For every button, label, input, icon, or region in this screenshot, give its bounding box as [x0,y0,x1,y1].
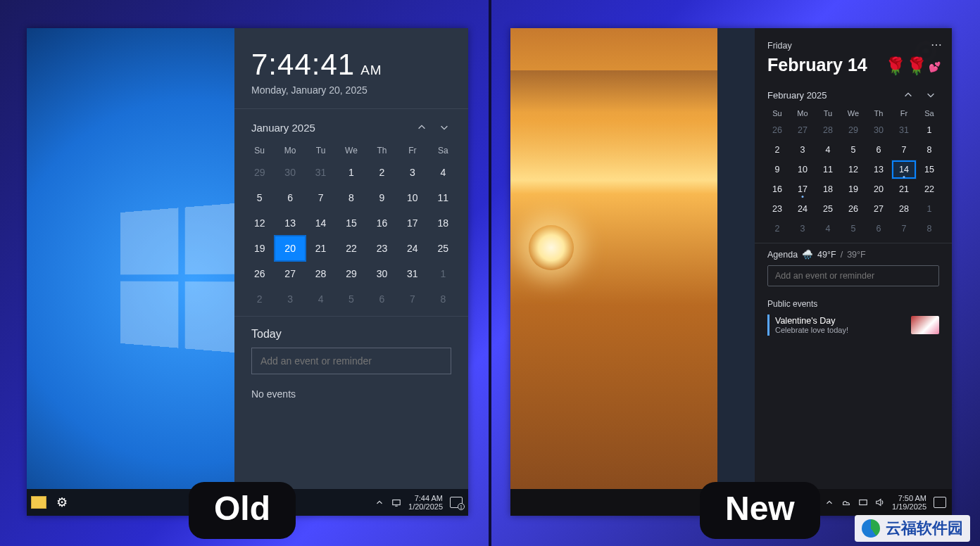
calendar-day[interactable]: 4 [306,286,336,312]
calendar-day[interactable]: 27 [866,199,891,219]
next-month-button[interactable] [433,119,456,136]
calendar-day[interactable]: 21 [306,236,336,261]
calendar-day[interactable]: 31 [891,120,917,140]
calendar-day[interactable]: 25 [815,199,841,219]
calendar-day[interactable]: 13 [275,210,305,236]
calendar-day[interactable]: 7 [397,286,427,312]
calendar-day[interactable]: 18 [428,210,458,236]
calendar-day[interactable]: 1 [917,199,942,219]
prev-month-button[interactable] [410,119,433,136]
more-button[interactable]: ⋯ [931,38,943,51]
add-event-input[interactable] [251,348,451,374]
calendar-day[interactable]: 22 [917,179,942,199]
calendar-day[interactable]: 27 [790,120,815,140]
month-label[interactable]: February 2025 [767,90,897,101]
calendar-day[interactable]: 27 [275,261,305,286]
file-explorer-icon[interactable] [31,496,46,509]
add-event-input[interactable] [767,265,939,286]
calendar-day[interactable]: 20 [866,179,891,199]
calendar-day[interactable]: 11 [815,160,841,179]
calendar-day[interactable]: 2 [367,160,397,185]
calendar-day[interactable]: 5 [841,140,866,160]
calendar-day[interactable]: 17 [397,210,427,236]
event-item[interactable]: Valentine's Day Celebrate love today! [767,315,939,336]
calendar-day[interactable]: 19 [244,236,275,261]
calendar-day[interactable]: 30 [866,120,891,140]
calendar-day[interactable]: 5 [841,219,866,239]
calendar-day[interactable]: 8 [336,185,366,210]
taskbar-clock[interactable]: 7:50 AM1/19/2025 [892,494,926,511]
calendar-day[interactable]: 31 [306,160,336,185]
calendar-day[interactable]: 1 [428,261,458,286]
calendar-day[interactable]: 4 [428,160,458,185]
settings-icon[interactable]: ⚙ [56,495,68,510]
calendar-day[interactable]: 29 [336,261,366,286]
calendar-day[interactable]: 7 [306,185,336,210]
calendar-day[interactable]: 9 [367,185,397,210]
notification-icon[interactable] [934,497,946,508]
network-icon[interactable] [858,497,868,507]
calendar-day[interactable]: 2 [765,219,790,239]
calendar-day[interactable]: 28 [306,261,336,286]
calendar-day[interactable]: 17 [790,179,815,199]
calendar-day[interactable]: 25 [428,236,458,261]
next-month-button[interactable] [919,87,942,103]
calendar-day[interactable]: 4 [815,140,841,160]
calendar-day[interactable]: 29 [841,120,866,140]
calendar-day[interactable]: 3 [790,219,815,239]
calendar-day[interactable]: 7 [891,219,917,239]
calendar-day[interactable]: 19 [841,179,866,199]
calendar-day[interactable]: 16 [765,179,790,199]
calendar-day[interactable]: 8 [917,140,942,160]
calendar-day[interactable]: 4 [815,219,841,239]
calendar-day[interactable]: 2 [244,286,275,312]
calendar-day[interactable]: 15 [917,160,942,179]
calendar-day[interactable]: 12 [244,210,275,236]
prev-month-button[interactable] [897,87,919,103]
calendar-day[interactable]: 3 [275,286,305,312]
calendar-day[interactable]: 8 [917,219,942,239]
calendar-day[interactable]: 26 [765,120,790,140]
calendar-day[interactable]: 1 [917,120,942,140]
tray-expand-icon[interactable] [375,497,384,507]
calendar-day[interactable]: 15 [336,210,366,236]
network-icon[interactable] [391,497,401,507]
calendar-day[interactable]: 30 [367,261,397,286]
calendar-day[interactable]: 21 [891,179,917,199]
calendar-day[interactable]: 1 [336,160,366,185]
calendar-day[interactable]: 12 [841,160,866,179]
tray-expand-icon[interactable] [824,497,834,507]
calendar-day[interactable]: 6 [866,219,891,239]
calendar-day[interactable]: 8 [428,286,458,312]
calendar-day[interactable]: 20 [275,236,305,261]
calendar-day[interactable]: 31 [397,261,427,286]
calendar-day[interactable]: 6 [275,185,305,210]
onedrive-icon[interactable] [841,497,851,507]
calendar-day[interactable]: 22 [336,236,366,261]
calendar-day[interactable]: 24 [397,236,427,261]
calendar-day[interactable]: 28 [891,199,917,219]
calendar-day[interactable]: 7 [891,140,917,160]
calendar-day[interactable]: 3 [790,140,815,160]
calendar-day[interactable]: 23 [367,236,397,261]
calendar-day[interactable]: 9 [765,160,790,179]
month-label[interactable]: January 2025 [251,122,410,134]
calendar-day[interactable]: 26 [244,261,275,286]
calendar-day[interactable]: 10 [397,185,427,210]
calendar-day[interactable]: 6 [866,140,891,160]
calendar-day[interactable]: 18 [815,179,841,199]
calendar-day[interactable]: 2 [765,140,790,160]
calendar-day[interactable]: 14 [306,210,336,236]
calendar-day[interactable]: 13 [866,160,891,179]
calendar-day[interactable]: 16 [367,210,397,236]
taskbar-clock[interactable]: 7:44 AM1/20/2025 [408,494,443,511]
calendar-day[interactable]: 11 [428,185,458,210]
notification-icon[interactable]: 1 [450,497,463,508]
calendar-day[interactable]: 28 [815,120,841,140]
calendar-day[interactable]: 24 [790,199,815,219]
calendar-day[interactable]: 3 [397,160,427,185]
calendar-day[interactable]: 14 [891,160,917,179]
calendar-day[interactable]: 5 [336,286,366,312]
calendar-day[interactable]: 30 [275,160,305,185]
calendar-day[interactable]: 23 [765,199,790,219]
